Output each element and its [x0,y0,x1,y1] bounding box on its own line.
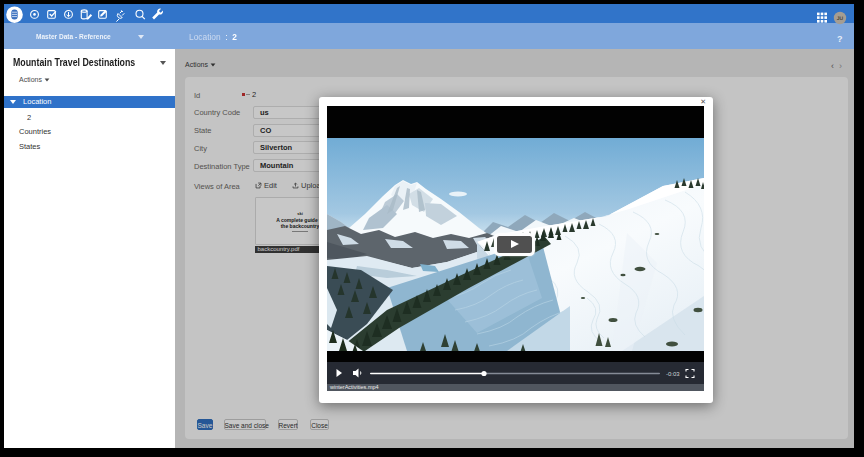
svg-text:-0:03: -0:03 [666,371,680,377]
svg-text:JU: JU [837,16,844,22]
